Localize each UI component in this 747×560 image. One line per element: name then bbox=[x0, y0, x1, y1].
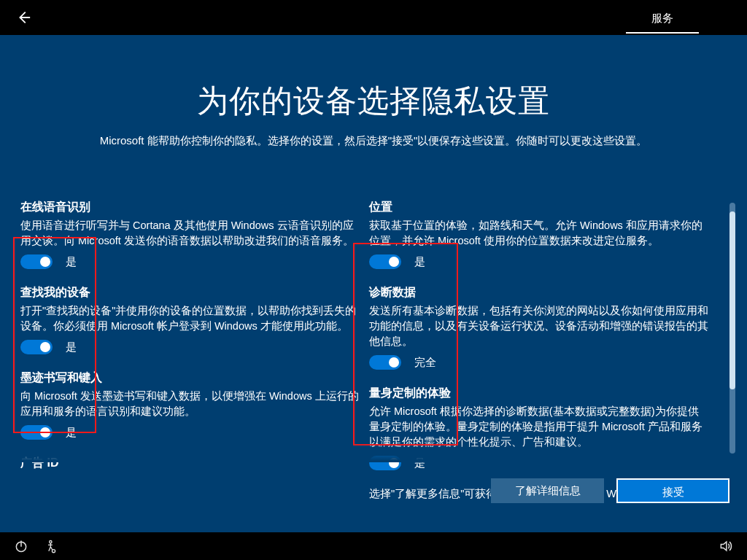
setting-desc: 向 Microsoft 发送墨迹书写和键入数据，以便增强在 Windows 上运… bbox=[20, 389, 360, 419]
learn-more-button[interactable]: 了解详细信息 bbox=[491, 478, 604, 503]
task-strip bbox=[0, 532, 747, 560]
setting-title: 位置 bbox=[369, 200, 708, 215]
page-title: 为你的设备选择隐私设置 bbox=[0, 80, 747, 122]
toggle-label: 是 bbox=[66, 341, 77, 354]
toggle-label: 完全 bbox=[414, 356, 436, 370]
setting-title: 查找我的设备 bbox=[20, 285, 360, 300]
setting-desc: 打开"查找我的设备"并使用你的设备的位置数据，以帮助你找到丢失的设备。你必须使用… bbox=[20, 303, 360, 334]
volume-icon[interactable] bbox=[718, 538, 734, 554]
toggle-speech[interactable] bbox=[20, 254, 53, 269]
title-bar: 服务 bbox=[0, 0, 747, 35]
toggle-location[interactable] bbox=[369, 254, 401, 269]
setting-title: 在线语音识别 bbox=[20, 200, 360, 215]
accept-button[interactable]: 接受 bbox=[616, 478, 729, 503]
setting-desc: 获取基于位置的体验，如路线和天气。允许 Windows 和应用请求你的位置，并允… bbox=[369, 218, 708, 249]
power-icon[interactable] bbox=[13, 538, 29, 554]
setting-speech: 在线语音识别 使用语音进行听写并与 Cortana 及其他使用 Windows … bbox=[20, 200, 360, 269]
toggle-find-my-device[interactable] bbox=[20, 340, 53, 354]
svg-point-1 bbox=[50, 541, 52, 543]
setting-title: 墨迹书写和键入 bbox=[20, 370, 360, 386]
setting-find-my-device: 查找我的设备 打开"查找我的设备"并使用你的设备的位置数据，以帮助你找到丢失的设… bbox=[20, 285, 360, 354]
setting-location: 位置 获取基于位置的体验，如路线和天气。允许 Windows 和应用请求你的位置… bbox=[369, 200, 708, 269]
settings-column-right: 位置 获取基于位置的体验，如路线和天气。允许 Windows 和应用请求你的位置… bbox=[369, 200, 708, 518]
setting-title: 诊断数据 bbox=[369, 285, 708, 300]
setting-ink-typing: 墨迹书写和键入 向 Microsoft 发送墨迹书写和键入数据，以便增强在 Wi… bbox=[20, 370, 360, 440]
svg-point-2 bbox=[52, 550, 55, 553]
setting-title: 广告 ID bbox=[20, 456, 360, 471]
setting-ad-id: 广告 ID bbox=[20, 456, 360, 471]
settings-column-left: 在线语音识别 使用语音进行听写并与 Cortana 及其他使用 Windows … bbox=[20, 200, 360, 487]
toggle-label: 是 bbox=[66, 426, 77, 440]
toggle-tailored[interactable] bbox=[369, 456, 401, 470]
toggle-label: 是 bbox=[414, 456, 425, 470]
settings-area: 在线语音识别 使用语音进行听写并与 Cortana 及其他使用 Windows … bbox=[20, 200, 719, 461]
setting-desc: 使用语音进行听写并与 Cortana 及其他使用 Windows 云语音识别的应… bbox=[20, 218, 360, 249]
setting-tailored: 量身定制的体验 允许 Microsoft 根据你选择的诊断数据(基本数据或完整数… bbox=[369, 386, 708, 470]
toggle-ink-typing[interactable] bbox=[20, 425, 53, 440]
setting-desc: 允许 Microsoft 根据你选择的诊断数据(基本数据或完整数据)为你提供量身… bbox=[369, 404, 708, 450]
back-button[interactable] bbox=[10, 4, 36, 31]
accessibility-icon[interactable] bbox=[44, 538, 60, 554]
setting-diagnostics: 诊断数据 发送所有基本诊断数据，包括有关你浏览的网站以及你如何使用应用和功能的信… bbox=[369, 285, 708, 370]
tab-underline bbox=[626, 32, 699, 34]
page-subtitle: Microsoft 能帮助你控制你的隐私。选择你的设置，然后选择"接受"以便保存… bbox=[0, 134, 747, 148]
toggle-diagnostics[interactable] bbox=[369, 355, 401, 370]
tab-services[interactable]: 服务 bbox=[630, 0, 694, 35]
toggle-label: 是 bbox=[66, 255, 77, 269]
scrollbar-thumb[interactable] bbox=[729, 211, 735, 389]
toggle-label: 是 bbox=[414, 255, 425, 269]
setting-title: 量身定制的体验 bbox=[369, 386, 708, 401]
setting-desc: 发送所有基本诊断数据，包括有关你浏览的网站以及你如何使用应用和功能的信息，以及有… bbox=[369, 303, 708, 349]
